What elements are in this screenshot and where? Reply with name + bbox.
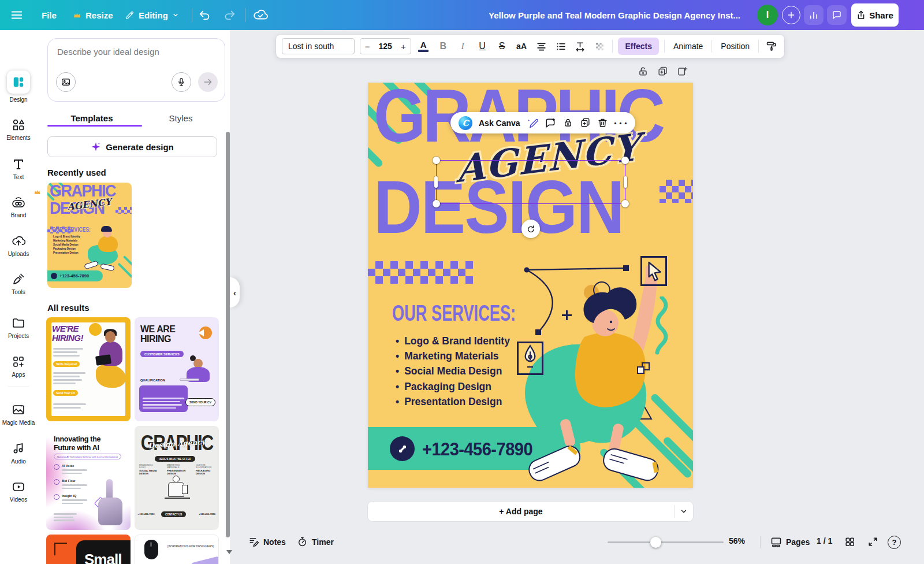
thumb-title: Innovating the Future with AI: [54, 435, 100, 452]
invite-members-button[interactable]: [782, 6, 800, 24]
selection-handle-sw[interactable]: [433, 200, 440, 207]
comment-add-button[interactable]: [545, 117, 556, 129]
font-family-selector[interactable]: Lost in south: [282, 38, 355, 54]
underline-button[interactable]: U: [475, 38, 490, 54]
text-color-button[interactable]: A: [416, 38, 431, 54]
sidebar-item-projects[interactable]: Projects: [0, 316, 37, 339]
zoom-slider[interactable]: [608, 541, 724, 543]
resize-menu[interactable]: Resize: [73, 0, 113, 30]
copy-style-button[interactable]: [764, 38, 778, 54]
mini-illustration: [101, 226, 112, 232]
sidebar-item-tools[interactable]: Tools: [0, 272, 37, 295]
design-canvas[interactable]: GRAPHIC DESIGN AGENCY C Ask Canva • • •: [368, 83, 693, 488]
avatar-initial: I: [766, 10, 769, 20]
tab-styles[interactable]: Styles: [136, 109, 225, 127]
main-menu-button[interactable]: [10, 0, 23, 30]
lock-element-button[interactable]: [562, 117, 573, 128]
avatar[interactable]: I: [757, 5, 778, 25]
lock-page-button[interactable]: [638, 66, 649, 77]
spacing-button[interactable]: [573, 38, 587, 54]
add-page-button[interactable]: + Add page: [368, 507, 674, 516]
thumb-body-copy: [53, 402, 88, 410]
transparency-button[interactable]: [593, 38, 607, 54]
undo-button[interactable]: [199, 0, 211, 30]
save-status-button[interactable]: [253, 0, 268, 30]
selection-handle-nw[interactable]: [433, 157, 440, 164]
timer-button[interactable]: Timer: [297, 536, 334, 547]
sidebar-item-elements[interactable]: Elements: [0, 118, 37, 141]
share-button[interactable]: Share: [851, 3, 899, 27]
panel-collapse-button[interactable]: ‹: [230, 277, 240, 307]
add-page-icon-button[interactable]: [677, 66, 688, 77]
animate-button[interactable]: Animate: [670, 42, 706, 51]
sidebar-item-audio[interactable]: Audio: [0, 441, 37, 465]
list-button[interactable]: [554, 38, 568, 54]
file-menu[interactable]: File: [42, 0, 57, 30]
template-thumb-small[interactable]: Small: [46, 535, 131, 564]
insights-button[interactable]: [804, 5, 824, 25]
comments-button[interactable]: [827, 5, 847, 25]
panel-scroll-down-arr[interactable]: [226, 550, 232, 557]
selection-handle-e[interactable]: [624, 176, 627, 188]
position-button[interactable]: Position: [717, 42, 753, 51]
sparkle-icon: [91, 142, 101, 152]
font-size-increase-button[interactable]: +: [401, 42, 406, 51]
selection-handle-se[interactable]: [621, 200, 629, 207]
more-options-button[interactable]: • • •: [614, 120, 628, 127]
add-page-expand-button[interactable]: [675, 507, 693, 515]
zoom-level[interactable]: 56%: [729, 536, 745, 546]
editing-label: Editing: [139, 10, 168, 20]
notes-button[interactable]: Notes: [248, 536, 286, 547]
template-thumb-we-are-hiring[interactable]: WE ARE HIRING CUSTOMER SERVICES QUALIFIC…: [135, 317, 219, 421]
editing-mode-dropdown[interactable]: Editing: [125, 0, 179, 30]
rotate-handle[interactable]: [521, 220, 540, 238]
pages-button[interactable]: Pages: [770, 536, 810, 548]
thumb-illustration: [165, 476, 190, 508]
unlock-icon: [638, 66, 649, 77]
bold-button[interactable]: B: [436, 38, 450, 54]
help-button[interactable]: ?: [888, 536, 901, 549]
strikethrough-button[interactable]: S: [495, 38, 509, 54]
poster-services-list[interactable]: Logo & Brand Identity Marketing Material…: [396, 333, 510, 409]
selection-box[interactable]: [436, 160, 625, 204]
italic-button[interactable]: I: [456, 38, 470, 54]
fullscreen-button[interactable]: [867, 536, 878, 547]
design-prompt-input[interactable]: [57, 47, 213, 57]
sidebar-item-design[interactable]: Design: [0, 70, 37, 103]
sidebar-item-brand[interactable]: Brand: [0, 195, 37, 218]
duplicate-element-button[interactable]: [580, 117, 591, 128]
text-case-button[interactable]: aA: [515, 38, 529, 54]
ask-canva-button[interactable]: Ask Canva: [479, 118, 520, 128]
font-size-decrease-button[interactable]: −: [365, 42, 370, 51]
sidebar-item-uploads[interactable]: Uploads: [0, 234, 37, 257]
panel-scrollbar[interactable]: [226, 132, 230, 537]
submit-prompt-button[interactable]: [198, 72, 218, 92]
toolbar-divider: [758, 40, 759, 53]
effects-button[interactable]: Effects: [618, 38, 659, 55]
grid-view-button[interactable]: [844, 536, 855, 547]
voice-input-button[interactable]: [172, 72, 191, 92]
template-thumb-inspirations[interactable]: [INSPIRATIONS FOR DESIGNERS]: [135, 535, 219, 564]
sidebar-item-magic-media[interactable]: Magic Media: [0, 403, 37, 426]
selection-handle-w[interactable]: [434, 176, 438, 188]
sidebar-item-videos[interactable]: Videos: [0, 480, 37, 503]
template-thumb-ai-seminar[interactable]: Innovating the Future with AI National A…: [46, 426, 131, 530]
zoom-slider-thumb[interactable]: [650, 537, 661, 548]
add-image-button[interactable]: [56, 72, 76, 92]
redo-button[interactable]: [223, 0, 236, 30]
sidebar-item-apps[interactable]: Apps: [0, 355, 37, 378]
sidebar-item-text[interactable]: Text: [0, 157, 37, 180]
selection-handle-ne[interactable]: [621, 157, 629, 164]
document-title[interactable]: Yellow Purple and Teal Modern Graphic De…: [489, 0, 740, 30]
poster-services-heading[interactable]: OUR SERVICES:: [392, 300, 516, 326]
template-thumb-were-hiring[interactable]: WE'RE HIRING! Skills Required Send Your …: [46, 317, 131, 421]
delete-element-button[interactable]: [597, 117, 608, 128]
generate-design-button[interactable]: Generate design: [47, 136, 217, 157]
template-thumb-graphic-agency[interactable]: GRAPHIC Design Agency HERE'S WHAT WE OFF…: [135, 426, 219, 530]
recently-used-template-thumb[interactable]: GRAPHIC DESIGN AGENCY OUR SERVICES: Logo…: [47, 183, 132, 288]
poster-checker-right: [660, 180, 693, 203]
font-size-value[interactable]: 125: [379, 42, 392, 51]
duplicate-page-button[interactable]: [657, 66, 668, 77]
magic-edit-button[interactable]: [527, 117, 538, 129]
alignment-button[interactable]: [534, 38, 549, 54]
